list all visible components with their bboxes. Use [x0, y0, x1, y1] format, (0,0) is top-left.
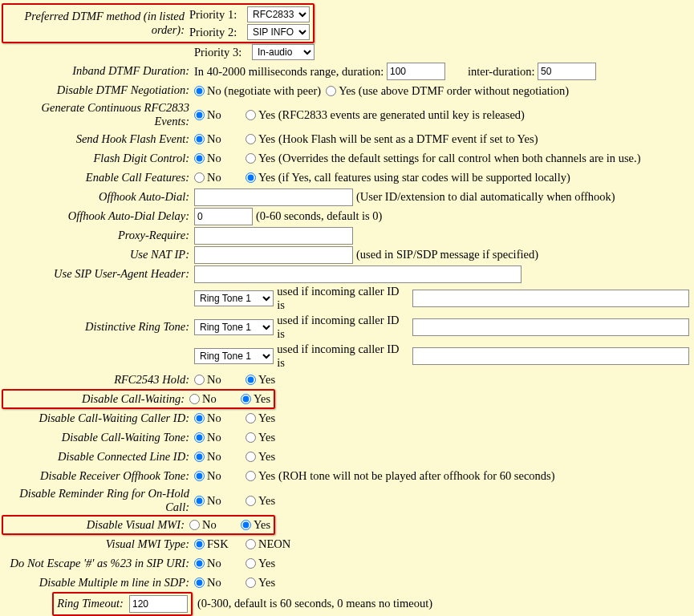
- vmwi-fsk-text: FSK: [207, 537, 229, 551]
- priority1-label: Priority 1:: [189, 8, 244, 22]
- offhook-delay-label: Offhook Auto-Dial Delay:: [5, 209, 194, 223]
- priority1-select[interactable]: RFC2833: [247, 6, 310, 22]
- gen-cont-yes-text: Yes (RFC2833 events are generated until …: [258, 108, 525, 122]
- dis-multi-m-no-text: No: [207, 576, 221, 590]
- dis-multi-m-no-radio[interactable]: [194, 578, 205, 588]
- flash-digit-no-radio[interactable]: [194, 153, 205, 164]
- gen-cont-label: Generate Continuous RFC2833 Events:: [5, 101, 194, 129]
- no-escape-label: Do Not Escape '#' as %23 in SIP URI:: [5, 557, 194, 570]
- rfc2543-no-radio[interactable]: [194, 375, 205, 385]
- dis-cw-tone-label: Disable Call-Waiting Tone:: [5, 431, 194, 444]
- dis-vmwi-no-radio[interactable]: [189, 520, 200, 530]
- dis-cw-tone-yes-radio[interactable]: [246, 432, 256, 443]
- ring-tone-1-select[interactable]: Ring Tone 1: [194, 290, 274, 306]
- dis-cw-no-text: No: [202, 392, 217, 406]
- hook-flash-no-radio[interactable]: [194, 134, 205, 144]
- hook-flash-no-text: No: [207, 132, 221, 146]
- no-escape-yes-radio[interactable]: [246, 558, 256, 569]
- vmwi-fsk-radio[interactable]: [194, 539, 205, 549]
- ring-caller-2-input[interactable]: [412, 318, 689, 336]
- rfc2543-yes-text: Yes: [258, 373, 275, 387]
- dis-cw-cid-label: Disable Call-Waiting Caller ID:: [5, 411, 194, 425]
- proxy-require-label: Proxy-Require:: [5, 229, 194, 242]
- dis-cw-tone-no-radio[interactable]: [194, 432, 205, 443]
- call-feat-yes-text: Yes (if Yes, call features using star co…: [258, 171, 570, 184]
- dis-conn-no-text: No: [207, 450, 221, 464]
- dis-reminder-no-text: No: [207, 494, 221, 508]
- disable-dtmf-neg-label: Disable DTMF Negotiation:: [5, 83, 194, 97]
- gen-cont-no-radio[interactable]: [194, 110, 205, 120]
- inter-duration-input[interactable]: [538, 63, 596, 80]
- offhook-auto-label: Offhook Auto-Dial:: [5, 190, 194, 204]
- dtmf-method-label: Preferred DTMF method (in listed order):: [25, 10, 185, 36]
- call-feat-label: Enable Call Features:: [5, 171, 194, 184]
- flash-digit-yes-radio[interactable]: [246, 153, 256, 164]
- offhook-delay-input[interactable]: [194, 208, 253, 225]
- ring-timeout-label: Ring Timeout:: [57, 597, 124, 610]
- dis-cw-cid-no-radio[interactable]: [194, 413, 205, 424]
- priority2-select[interactable]: SIP INFO: [247, 24, 310, 40]
- dis-cw-tone-no-text: No: [207, 431, 221, 444]
- flash-digit-label: Flash Digit Control:: [5, 152, 194, 165]
- vmwi-neon-radio[interactable]: [246, 539, 256, 549]
- disable-neg-no-radio[interactable]: [194, 86, 205, 96]
- hook-flash-yes-text: Yes: [258, 132, 275, 146]
- ring-tone-3-select[interactable]: Ring Tone 1: [194, 348, 274, 364]
- call-feat-no-radio[interactable]: [194, 172, 205, 183]
- dis-roh-no-text: No: [207, 469, 221, 483]
- dis-cw-cid-yes-text: Yes: [258, 411, 275, 425]
- nat-ip-input[interactable]: [194, 246, 353, 264]
- disable-neg-yes-radio[interactable]: [326, 86, 336, 96]
- vmwi-type-label: Visual MWI Type:: [5, 537, 194, 551]
- dis-cw-yes-radio[interactable]: [241, 394, 251, 404]
- rfc2543-label: RFC2543 Hold:: [5, 373, 194, 387]
- dis-conn-no-radio[interactable]: [194, 452, 205, 462]
- offhook-auto-input[interactable]: [194, 188, 353, 206]
- dis-roh-yes-text: Yes: [258, 469, 275, 483]
- call-feat-yes-radio[interactable]: [246, 172, 256, 183]
- dis-cw-cid-no-text: No: [207, 411, 221, 425]
- dis-multi-m-yes-radio[interactable]: [246, 578, 256, 588]
- disable-neg-no-text: No (negotiate with peer): [207, 84, 321, 98]
- inband-prefix-text: In 40-2000 milliseconds range, duration:: [194, 65, 384, 79]
- ring-timeout-note: (0-300, default is 60 seconds, 0 means n…: [197, 597, 432, 610]
- no-escape-no-radio[interactable]: [194, 558, 205, 569]
- ring-tone-2-select[interactable]: Ring Tone 1: [194, 319, 274, 335]
- flash-digit-yes-text: Yes: [258, 152, 275, 165]
- flash-digit-no-text: No: [207, 152, 221, 165]
- disable-neg-yes-text: Yes (use above DTMF order without negoti…: [339, 84, 569, 98]
- dis-cw-no-radio[interactable]: [189, 394, 200, 404]
- rfc2543-yes-radio[interactable]: [246, 375, 256, 385]
- dis-reminder-label: Disable Reminder Ring for On-Hold Call:: [5, 487, 194, 515]
- ua-header-label: Use SIP User-Agent Header:: [5, 267, 194, 281]
- ring-timeout-input[interactable]: [129, 595, 188, 613]
- rfc2543-no-text: No: [207, 373, 221, 387]
- ring-caller-3-input[interactable]: [412, 347, 689, 365]
- dis-roh-note: (ROH tone will not be played after offho…: [278, 469, 554, 483]
- ring-caller-1-input[interactable]: [412, 290, 689, 307]
- dis-roh-no-radio[interactable]: [194, 471, 205, 481]
- dis-conn-label: Disable Connected Line ID:: [5, 450, 194, 464]
- dis-cw-label: Disable Call-Waiting:: [6, 392, 189, 406]
- no-escape-no-text: No: [207, 557, 221, 570]
- dis-roh-yes-radio[interactable]: [246, 471, 256, 481]
- gen-cont-yes-radio[interactable]: [246, 110, 256, 120]
- dis-reminder-no-radio[interactable]: [194, 496, 205, 506]
- proxy-require-input[interactable]: [194, 227, 353, 245]
- flash-digit-note: (Overrides the default settings for call…: [278, 152, 640, 165]
- priority3-select[interactable]: In-audio: [252, 44, 315, 60]
- ua-header-input[interactable]: [194, 265, 522, 283]
- dis-cw-cid-yes-radio[interactable]: [246, 413, 256, 424]
- hook-flash-label: Send Hook Flash Event:: [5, 132, 194, 146]
- inband-duration-input[interactable]: [387, 63, 445, 80]
- dis-vmwi-no-text: No: [202, 518, 217, 532]
- ring-use-text-2: used if incoming caller ID is: [277, 314, 408, 341]
- hook-flash-yes-radio[interactable]: [246, 134, 256, 144]
- nat-ip-note: (used in SIP/SDP message if specified): [356, 248, 538, 261]
- dis-vmwi-yes-radio[interactable]: [241, 520, 251, 530]
- gen-cont-no-text: No: [207, 108, 221, 122]
- vmwi-neon-text: NEON: [258, 537, 290, 551]
- dis-reminder-yes-radio[interactable]: [246, 496, 256, 506]
- dis-conn-yes-radio[interactable]: [246, 452, 256, 462]
- no-escape-yes-text: Yes: [258, 557, 275, 570]
